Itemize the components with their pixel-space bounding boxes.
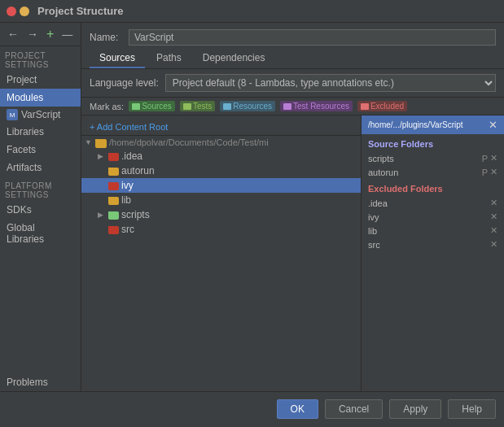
excluded-src-label: src: [368, 240, 380, 250]
mark-excluded-label: Excluded: [370, 102, 404, 111]
tab-paths[interactable]: Paths: [147, 49, 191, 68]
sidebar-item-artifacts[interactable]: Artifacts: [0, 159, 81, 176]
sidebar-item-modules[interactable]: Modules: [0, 89, 81, 107]
lib-folder-label: lib: [121, 194, 131, 206]
tree-item-src[interactable]: src: [81, 222, 361, 237]
add-module-button[interactable]: +: [44, 26, 56, 42]
src-folder-label: src: [121, 224, 134, 235]
mark-resources-label: Resources: [233, 102, 272, 111]
mark-excluded-button[interactable]: Excluded: [357, 101, 407, 111]
autorun-folder-icon: [108, 168, 119, 176]
window-title: Project Structure: [37, 5, 123, 17]
language-level-row: Language level: Project default (8 - Lam…: [81, 69, 504, 98]
tree-root[interactable]: ▼ /home/dpolvar/Documents/Code/Test/mi: [81, 136, 361, 149]
title-bar: Project Structure: [0, 0, 504, 23]
tab-dependencies[interactable]: Dependencies: [193, 49, 275, 68]
main-layout: ← → + ― ▣ Project Settings Project Modul…: [0, 23, 504, 391]
sidebar-toolbar: ← → + ― ▣: [0, 23, 81, 46]
nav-forward-button[interactable]: →: [24, 27, 41, 41]
close-dot[interactable]: [7, 7, 16, 16]
add-content-root-button[interactable]: + Add Content Root: [81, 119, 361, 136]
minimize-dot[interactable]: [20, 7, 29, 16]
tree-item-ivy[interactable]: ivy: [81, 178, 361, 193]
sidebar-item-problems[interactable]: Problems: [0, 373, 81, 391]
excluded-lib-actions: ✕: [490, 225, 497, 236]
sidebar-item-project[interactable]: Project: [0, 71, 81, 89]
info-source-autorun: autorun P ✕: [362, 165, 504, 179]
excluded-lib-remove-icon[interactable]: ✕: [490, 225, 497, 236]
autorun-folder-label: autorun: [121, 165, 155, 176]
name-label: Name:: [90, 32, 122, 43]
sidebar-item-libraries[interactable]: Libraries: [0, 123, 81, 141]
mark-as-row: Mark as: Sources Tests Resources Test Re…: [81, 98, 504, 115]
tree-item-lib[interactable]: lib: [81, 193, 361, 207]
source-autorun-remove-icon[interactable]: ✕: [490, 167, 497, 177]
sidebar-module-varscript[interactable]: M VarScript: [0, 107, 81, 123]
idea-folder-icon: [108, 153, 119, 161]
sidebar-item-facets[interactable]: Facets: [0, 141, 81, 159]
excluded-ivy-remove-icon[interactable]: ✕: [490, 211, 497, 222]
content-area: Name: Sources Paths Dependencies Languag…: [81, 23, 504, 391]
language-level-select[interactable]: Project default (8 - Lambdas, type annot…: [165, 74, 496, 92]
excluded-lib-label: lib: [368, 226, 377, 236]
root-path-text: /home/dpolvar/Documents/Code/Test/mi: [109, 137, 269, 147]
excluded-src-actions: ✕: [490, 239, 497, 250]
tab-sources[interactable]: Sources: [90, 49, 145, 68]
mark-sources-button[interactable]: Sources: [129, 101, 175, 111]
source-scripts-label: scripts: [368, 154, 394, 163]
mark-sources-label: Sources: [142, 102, 172, 111]
ok-button[interactable]: OK: [277, 399, 318, 419]
source-scripts-p-icon[interactable]: P: [482, 154, 488, 163]
excluded-folders-title: Excluded Folders: [362, 179, 504, 196]
info-excluded-lib: lib ✕: [362, 224, 504, 237]
info-pane-close-button[interactable]: ✕: [489, 119, 497, 131]
chevron-right-icon-2: ▶: [98, 211, 106, 219]
window-controls: [7, 7, 29, 16]
platform-settings-section: Platform Settings: [0, 176, 81, 201]
source-autorun-p-icon[interactable]: P: [482, 168, 488, 177]
tree-item-idea[interactable]: ▶ .idea: [81, 149, 361, 163]
info-excluded-ivy: ivy ✕: [362, 210, 504, 224]
scripts-folder-label: scripts: [121, 209, 150, 220]
idea-folder-label: .idea: [121, 150, 142, 162]
module-icon: M: [7, 109, 18, 120]
sidebar: ← → + ― ▣ Project Settings Project Modul…: [0, 23, 81, 391]
scripts-folder-icon: [108, 211, 119, 220]
split-area: + Add Content Root ▼ /home/dpolvar/Docum…: [81, 115, 504, 391]
info-excluded-idea: .idea ✕: [362, 196, 504, 210]
info-excluded-src: src ✕: [362, 237, 504, 251]
source-folders-title: Source Folders: [362, 134, 504, 151]
excluded-idea-remove-icon[interactable]: ✕: [490, 198, 497, 208]
source-autorun-label: autorun: [368, 168, 398, 177]
chevron-down-icon: ▼: [85, 138, 93, 146]
mark-test-resources-button[interactable]: Test Resources: [280, 101, 353, 111]
mark-resources-button[interactable]: Resources: [220, 101, 275, 111]
info-source-scripts: scripts P ✕: [362, 151, 504, 165]
ivy-folder-label: ivy: [121, 180, 134, 191]
mark-tests-label: Tests: [193, 102, 212, 111]
excluded-src-remove-icon[interactable]: ✕: [490, 239, 497, 250]
name-input[interactable]: [129, 29, 496, 46]
excluded-ivy-label: ivy: [368, 212, 379, 222]
tree-item-scripts[interactable]: ▶ scripts: [81, 207, 361, 222]
help-button[interactable]: Help: [448, 399, 496, 419]
root-folder-icon: [95, 139, 107, 148]
src-folder-icon: [108, 226, 119, 234]
remove-module-button[interactable]: ―: [59, 28, 75, 41]
module-name: VarScript: [21, 109, 60, 120]
excluded-idea-actions: ✕: [490, 198, 497, 208]
tree-item-autorun[interactable]: autorun: [81, 163, 361, 178]
tabs-bar: Sources Paths Dependencies: [81, 49, 504, 69]
file-tree-pane: + Add Content Root ▼ /home/dpolvar/Docum…: [81, 115, 362, 391]
source-scripts-remove-icon[interactable]: ✕: [490, 153, 497, 163]
mark-test-resources-label: Test Resources: [293, 102, 349, 111]
apply-button[interactable]: Apply: [389, 399, 441, 419]
mark-tests-button[interactable]: Tests: [180, 101, 215, 111]
info-pane-header: /home/.../plugins/VarScript ✕: [362, 115, 504, 134]
sidebar-item-sdks[interactable]: SDKs: [0, 201, 81, 219]
sidebar-item-global-libraries[interactable]: Global Libraries: [0, 219, 81, 248]
source-scripts-actions: P ✕: [482, 153, 497, 163]
nav-back-button[interactable]: ←: [5, 27, 21, 41]
cancel-button[interactable]: Cancel: [325, 399, 383, 419]
excluded-idea-label: .idea: [368, 198, 388, 208]
